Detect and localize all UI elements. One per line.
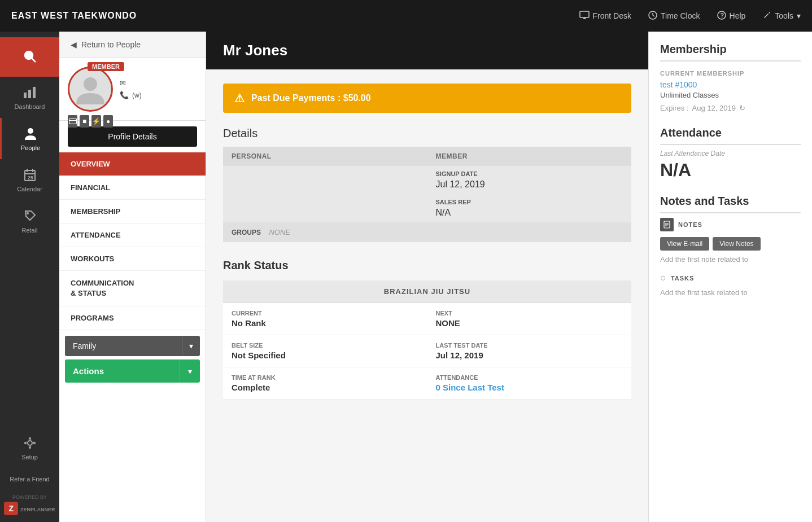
front-desk-nav[interactable]: Front Desk xyxy=(579,11,631,21)
nav-attendance[interactable]: ATTENDANCE xyxy=(59,223,206,247)
content-area: ⚠ Past Due Payments : $50.00 Details PER… xyxy=(206,69,648,414)
rank-section-title: Rank Status xyxy=(223,259,631,272)
next-rank-value: NONE xyxy=(436,317,521,328)
svg-point-13 xyxy=(28,128,33,134)
nav-membership[interactable]: MEMBERSHIP xyxy=(59,200,206,223)
svg-line-9 xyxy=(32,58,36,62)
avatar xyxy=(68,67,113,112)
membership-desc: Unlimited Classes xyxy=(660,91,801,99)
help-nav[interactable]: ? Help xyxy=(717,11,746,21)
last-attendance-label: Last Attendance Date xyxy=(660,150,801,157)
search-icon xyxy=(23,50,37,65)
rank-row-3: TIME AT RANK Complete ATTENDANCE 0 Since… xyxy=(223,367,631,400)
groups-row: GROUPS NONE xyxy=(223,222,631,242)
actions-btn[interactable]: Actions xyxy=(65,359,180,383)
sidebar-item-setup[interactable]: Setup xyxy=(0,427,59,468)
bjj-header: BRAZILIAN JIU JITSU xyxy=(223,280,631,303)
profile-details-btn[interactable]: Profile Details xyxy=(68,126,197,147)
return-to-people-btn[interactable]: ◀ Return to People xyxy=(59,32,206,58)
family-select[interactable]: Family xyxy=(65,336,182,356)
actions-arrow-icon: ▾ xyxy=(188,367,192,376)
sidebar-dashboard-label: Dashboard xyxy=(15,103,45,110)
svg-rect-22 xyxy=(69,119,76,124)
powered-by-label: POWERED BY xyxy=(5,494,55,500)
tasks-empty: Add the first task related to xyxy=(660,288,801,297)
svg-point-20 xyxy=(28,441,32,445)
groups-label: GROUPS xyxy=(232,229,261,236)
current-rank-value: No Rank xyxy=(232,317,317,328)
attendance-label: ATTENDANCE xyxy=(436,374,521,381)
sidebar-item-retail[interactable]: Retail xyxy=(0,200,59,242)
refresh-icon: ↻ xyxy=(739,104,745,112)
tasks-header: ○ TASKS xyxy=(660,272,801,284)
signup-date-row: SIGNUP DATE Jul 12, 2019 xyxy=(436,170,623,190)
sidebar-item-calendar[interactable]: 25 Calendar xyxy=(0,159,59,200)
right-panel: Membership CURRENT MEMBERSHIP test #1000… xyxy=(648,32,812,522)
sales-rep-label: SALES REP xyxy=(436,199,623,205)
view-email-btn[interactable]: View E-mail xyxy=(660,237,709,251)
nav-programs[interactable]: PROGRAMS xyxy=(59,306,206,330)
attendance-section: Attendance Last Attendance Date N/A xyxy=(660,126,801,181)
expires-label: Expires : xyxy=(660,104,689,112)
family-dropdown-arrow[interactable]: ▾ xyxy=(182,336,200,356)
nav-communication-status[interactable]: COMMUNICATION& STATUS xyxy=(59,271,206,306)
family-dropdown: Family ▾ xyxy=(65,336,200,356)
square-icon: ■ xyxy=(80,115,89,128)
nav-overview[interactable]: OVERVIEW xyxy=(59,152,206,176)
actions-arrow-btn[interactable]: ▾ xyxy=(180,359,200,383)
belt-size-value: Not Specified xyxy=(232,349,317,360)
tasks-circle-icon: ○ xyxy=(660,272,666,284)
refer-friend-btn[interactable]: Refer a Friend xyxy=(0,468,59,490)
tools-nav[interactable]: Tools ▾ xyxy=(762,11,801,21)
dropdown-arrow-icon: ▾ xyxy=(189,341,193,350)
time-at-rank-value: Complete xyxy=(232,381,317,392)
signup-row: SIGNUP DATE Jul 12, 2019 SALES REP N/A xyxy=(223,166,631,222)
icon-sidebar: Dashboard People 25 Calendar xyxy=(0,32,59,522)
alert-text: Past Due Payments : $50.00 xyxy=(251,93,371,103)
current-rank-label: CURRENT xyxy=(232,310,317,317)
member-contact: ✉ 📞 (w) xyxy=(120,79,142,99)
nav-financial[interactable]: FINANCIAL xyxy=(59,176,206,200)
member-icons: ■ ⚡ ● xyxy=(68,115,113,128)
sidebar-item-people[interactable]: People xyxy=(0,118,59,159)
svg-line-5 xyxy=(653,15,654,16)
svg-rect-10 xyxy=(24,93,27,98)
expires-date: Aug 12, 2019 xyxy=(692,104,736,112)
attendance-value[interactable]: 0 Since Last Test xyxy=(436,381,521,392)
rank-row-2: BELT SIZE Not Specified LAST TEST DATE J… xyxy=(223,335,631,367)
help-icon: ? xyxy=(717,11,726,21)
details-table: PERSONAL MEMBER SIGNUP DATE Jul 12, 2019 xyxy=(223,147,631,242)
groups-value: NONE xyxy=(269,228,290,236)
top-nav: EAST WEST TAEKWONDO Front Desk Time Cloc xyxy=(0,0,812,32)
notes-buttons: View E-mail View Notes xyxy=(660,237,801,251)
svg-rect-0 xyxy=(580,11,589,17)
membership-name-link[interactable]: test #1000 xyxy=(660,80,801,89)
sales-rep-value: N/A xyxy=(436,205,623,218)
actions-dropdown: Actions ▾ xyxy=(65,359,200,383)
main-layout: Dashboard People 25 Calendar xyxy=(0,32,812,522)
signup-date-label: SIGNUP DATE xyxy=(436,170,623,177)
nav-workouts[interactable]: WORKOUTS xyxy=(59,247,206,271)
gear-icon xyxy=(22,435,38,451)
main-content: Mr Jones ⚠ Past Due Payments : $50.00 De… xyxy=(206,32,648,522)
rank-table: BRAZILIAN JIU JITSU CURRENT No Rank NEXT… xyxy=(223,280,631,400)
clock-icon xyxy=(648,11,657,21)
attendance-title: Attendance xyxy=(660,126,801,145)
signup-date-value: Jul 12, 2019 xyxy=(436,177,623,190)
belt-size-label: BELT SIZE xyxy=(232,342,317,349)
view-notes-btn[interactable]: View Notes xyxy=(713,237,760,251)
svg-text:?: ? xyxy=(720,12,724,19)
time-clock-nav[interactable]: Time Clock xyxy=(648,11,700,21)
tag-icon xyxy=(22,208,38,224)
member-header: MEMBER xyxy=(427,147,632,166)
search-button[interactable] xyxy=(0,37,59,77)
svg-point-21 xyxy=(84,77,97,91)
phone-row: 📞 (w) xyxy=(120,91,142,99)
email-icon: ✉ xyxy=(120,79,126,87)
warning-icon: ⚠ xyxy=(234,91,245,105)
sidebar-item-dashboard[interactable]: Dashboard xyxy=(0,77,59,118)
svg-rect-12 xyxy=(33,87,36,98)
notes-icon xyxy=(660,218,674,231)
current-membership-label: CURRENT MEMBERSHIP xyxy=(660,70,801,77)
last-attendance-value: N/A xyxy=(660,160,801,181)
